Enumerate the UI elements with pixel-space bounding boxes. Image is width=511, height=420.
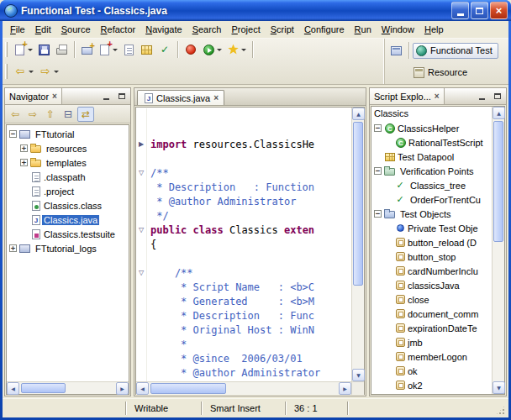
menu-edit[interactable]: Edit xyxy=(30,23,56,36)
new-wizard-button[interactable] xyxy=(11,40,35,59)
scroll-up-icon[interactable]: ▲ xyxy=(352,108,365,120)
dropdown-arrow-icon[interactable] xyxy=(54,71,59,73)
code-editor[interactable]: ▶import resources.ClassicsHe▽/** * Descr… xyxy=(136,108,351,381)
script-explorer-item-close[interactable]: close xyxy=(371,292,492,307)
scroll-right-icon[interactable]: ▶ xyxy=(339,382,351,395)
fold-marker-expanded-icon[interactable]: ▽ xyxy=(136,265,147,280)
navigator-item-fttutorial[interactable]: −FTtutorial xyxy=(7,127,129,141)
scroll-up-icon[interactable]: ▲ xyxy=(493,107,505,119)
expand-icon[interactable]: + xyxy=(20,159,28,166)
toolbar-drag-handle[interactable] xyxy=(5,42,8,57)
script-explorer-item-cardnumberinclu[interactable]: cardNumberInclu xyxy=(371,264,492,278)
close-view-icon[interactable]: × xyxy=(52,92,57,101)
editor-tab-classics-java[interactable]: Classics.java × xyxy=(137,90,224,105)
print-button[interactable] xyxy=(53,40,71,59)
scroll-right-icon[interactable]: ▶ xyxy=(116,382,129,395)
scroll-left-icon[interactable]: ◀ xyxy=(7,382,19,395)
scroll-down-icon[interactable]: ▼ xyxy=(352,369,365,381)
new-empty-script-button[interactable] xyxy=(120,40,138,59)
menu-configure[interactable]: Configure xyxy=(299,23,350,36)
scroll-track[interactable] xyxy=(149,382,339,395)
scroll-thumb[interactable] xyxy=(353,122,363,286)
script-explorer-item-button-reload-d[interactable]: button_reload (D xyxy=(371,235,492,249)
title-bar[interactable]: Functional Test - Classics.java × xyxy=(0,0,511,21)
perspective-functional-test-button[interactable]: Functional Test xyxy=(413,43,498,59)
menu-window[interactable]: Window xyxy=(377,23,419,36)
editor-horizontal-scrollbar[interactable]: ◀ ▶ xyxy=(136,382,351,395)
forward-button[interactable] xyxy=(36,62,61,81)
scroll-thumb[interactable] xyxy=(150,383,226,394)
script-explorer-item-test-objects[interactable]: −Test Objects xyxy=(371,207,492,221)
script-explorer-item-verification-points[interactable]: −Verification Points xyxy=(371,164,492,178)
script-explorer-item-button-stop[interactable]: button_stop xyxy=(371,249,492,264)
menu-file[interactable]: File xyxy=(5,23,30,36)
script-root-label[interactable]: Classics xyxy=(371,107,492,119)
save-button[interactable] xyxy=(35,40,53,59)
scroll-thumb[interactable] xyxy=(493,121,503,242)
collapse-icon[interactable]: − xyxy=(374,167,382,175)
fold-marker-expanded-icon[interactable]: ▽ xyxy=(136,223,147,237)
expand-icon[interactable]: + xyxy=(20,144,28,152)
menu-project[interactable]: Project xyxy=(227,23,266,36)
close-view-icon[interactable]: × xyxy=(435,92,440,101)
navigator-item-classpath[interactable]: .classpath xyxy=(7,170,129,184)
close-button[interactable]: × xyxy=(490,2,508,19)
menu-source[interactable]: Source xyxy=(56,23,96,36)
script-explorer-item-classicshelper[interactable]: −ClassicsHelper xyxy=(371,121,492,135)
new-functional-test-script-button[interactable] xyxy=(96,40,120,59)
close-editor-tab-icon[interactable]: × xyxy=(213,93,219,102)
script-explorer-tab[interactable]: Script Explo... × xyxy=(370,88,445,104)
navigator-item-classics-testsuite[interactable]: Classics.testsuite xyxy=(7,227,129,241)
navigator-item-templates[interactable]: +templates xyxy=(7,155,129,170)
script-explorer-item-private-test-obje[interactable]: Private Test Obje xyxy=(371,221,492,235)
navigator-tab[interactable]: Navigator × xyxy=(5,88,62,104)
script-explorer-item-memberlogon[interactable]: memberLogon xyxy=(371,349,492,364)
maximize-view-button[interactable] xyxy=(115,91,128,102)
run-script-button[interactable] xyxy=(200,40,224,59)
window-resize-grip[interactable] xyxy=(495,405,506,416)
dropdown-arrow-icon[interactable] xyxy=(29,71,34,73)
link-with-editor-button[interactable]: ⇄ xyxy=(77,107,94,122)
script-explorer-item-ok[interactable]: ok xyxy=(371,364,492,378)
back-button[interactable]: ⇦ xyxy=(7,107,24,122)
editor-vertical-scrollbar[interactable]: ▲ ▼ xyxy=(351,108,364,381)
collapse-icon[interactable]: − xyxy=(374,210,382,218)
navigator-item-project[interactable]: .project xyxy=(7,184,129,198)
menu-refactor[interactable]: Refactor xyxy=(96,23,141,36)
script-explorer-item-ok2[interactable]: ok2 xyxy=(371,378,492,392)
navigator-item-classics-class[interactable]: Classics.class xyxy=(7,198,129,213)
expand-icon[interactable]: + xyxy=(9,244,17,252)
scroll-track[interactable] xyxy=(493,119,504,381)
dropdown-arrow-icon[interactable] xyxy=(28,49,33,51)
scroll-thumb[interactable] xyxy=(21,383,66,393)
minimize-view-button[interactable] xyxy=(100,91,113,102)
dropdown-arrow-icon[interactable] xyxy=(217,49,222,51)
up-button[interactable]: ⇧ xyxy=(42,107,59,122)
back-button[interactable] xyxy=(11,62,36,81)
dropdown-arrow-icon[interactable] xyxy=(241,49,246,51)
dropdown-arrow-icon[interactable] xyxy=(113,49,118,51)
record-script-button[interactable] xyxy=(182,40,200,59)
script-explorer-item-classics-tree[interactable]: Classics_tree xyxy=(371,178,492,192)
menu-search[interactable]: Search xyxy=(187,23,227,36)
open-perspective-button[interactable] xyxy=(387,41,405,60)
new-functional-test-project-button[interactable] xyxy=(78,40,96,59)
script-explorer-item-test-datapool[interactable]: Test Datapool xyxy=(371,150,492,164)
scroll-track[interactable] xyxy=(352,120,364,369)
scroll-left-icon[interactable]: ◀ xyxy=(136,382,149,395)
navigator-item-resources[interactable]: +resources xyxy=(7,141,129,155)
collapse-icon[interactable]: − xyxy=(374,124,382,132)
insert-verification-point-button[interactable] xyxy=(155,40,174,59)
perspective-resource-button[interactable]: Resource xyxy=(410,65,473,81)
toolbar-drag-handle[interactable] xyxy=(5,64,8,79)
menu-script[interactable]: Script xyxy=(266,23,299,36)
navigator-horizontal-scrollbar[interactable]: ◀ ▶ xyxy=(7,381,129,394)
script-explorer-item-document-comm[interactable]: document_comm xyxy=(371,307,492,321)
script-explorer-vertical-scrollbar[interactable]: ▲ ▼ xyxy=(492,107,504,394)
insert-recording-button[interactable] xyxy=(224,40,249,59)
script-explorer-item-expirationdatete[interactable]: expirationDateTe xyxy=(371,321,492,335)
collapse-all-button[interactable]: ⊟ xyxy=(60,107,76,122)
maximize-button[interactable] xyxy=(471,2,488,19)
script-explorer-item-jmb[interactable]: jmb xyxy=(371,335,492,349)
fold-marker-expanded-icon[interactable]: ▽ xyxy=(136,165,147,180)
